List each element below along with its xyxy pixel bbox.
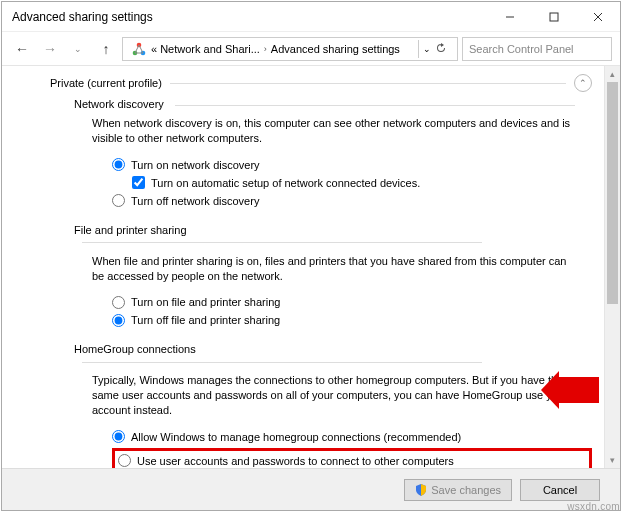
network-sharing-icon [131, 41, 147, 57]
callout-arrow [559, 377, 599, 403]
section-private-header[interactable]: Private (current profile) ⌃ [50, 74, 592, 92]
scroll-thumb[interactable] [607, 82, 618, 304]
group-homegroup: HomeGroup connections Typically, Windows… [74, 343, 592, 468]
minimize-button[interactable] [488, 2, 532, 32]
desc-network-discovery: When network discovery is on, this compu… [92, 116, 574, 146]
checkbox-nd-auto[interactable]: Turn on automatic setup of network conne… [132, 174, 592, 192]
radio-fp-on[interactable]: Turn on file and printer sharing [112, 293, 592, 311]
section-private-title: Private (current profile) [50, 77, 162, 89]
radio-nd-on-input[interactable] [112, 158, 125, 171]
watermark: wsxdn.com [567, 501, 620, 512]
titlebar: Advanced sharing settings [2, 2, 620, 32]
radio-fp-off[interactable]: Turn off file and printer sharing [112, 311, 592, 329]
group-network-discovery: Network discovery When network discovery… [74, 98, 592, 210]
forward-button[interactable]: → [38, 37, 62, 61]
breadcrumb[interactable]: « Network and Shari... › Advanced sharin… [122, 37, 458, 61]
desc-file-printer: When file and printer sharing is on, fil… [92, 254, 574, 284]
breadcrumb-separator-icon: › [264, 44, 267, 54]
radio-fp-off-input[interactable] [112, 314, 125, 327]
svg-line-7 [135, 45, 139, 53]
back-button[interactable]: ← [10, 37, 34, 61]
heading-homegroup: HomeGroup connections [74, 343, 592, 367]
address-dropdown[interactable]: ⌄ [418, 40, 453, 58]
svg-line-8 [139, 45, 143, 53]
heading-file-printer: File and printer sharing [74, 224, 592, 248]
footer-bar: Save changes Cancel [2, 468, 620, 510]
radio-nd-on[interactable]: Turn on network discovery [112, 156, 592, 174]
cancel-button[interactable]: Cancel [520, 479, 600, 501]
window-title: Advanced sharing settings [2, 10, 488, 24]
close-button[interactable] [576, 2, 620, 32]
control-panel-window: Advanced sharing settings ← → ⌄ ↑ « Netw… [1, 1, 621, 511]
up-button[interactable]: ↑ [94, 37, 118, 61]
radio-hg-user-input[interactable] [118, 454, 131, 467]
radio-nd-off[interactable]: Turn off network discovery [112, 192, 592, 210]
content-area: Private (current profile) ⌃ Network disc… [2, 66, 620, 468]
checkbox-nd-auto-input[interactable] [132, 176, 145, 189]
radio-fp-on-input[interactable] [112, 296, 125, 309]
radio-hg-allow[interactable]: Allow Windows to manage homegroup connec… [112, 428, 592, 446]
maximize-button[interactable] [532, 2, 576, 32]
scroll-up-icon[interactable]: ▴ [605, 66, 620, 82]
group-file-printer: File and printer sharing When file and p… [74, 224, 592, 330]
radio-hg-allow-input[interactable] [112, 430, 125, 443]
refresh-icon[interactable] [435, 42, 447, 56]
svg-rect-1 [550, 13, 558, 21]
breadcrumb-parent[interactable]: « Network and Shari... [151, 43, 260, 55]
breadcrumb-current[interactable]: Advanced sharing settings [271, 43, 400, 55]
shield-icon [415, 484, 427, 496]
desc-homegroup: Typically, Windows manages the connectio… [92, 373, 574, 418]
scroll-down-icon[interactable]: ▾ [605, 452, 620, 468]
radio-nd-off-input[interactable] [112, 194, 125, 207]
chevron-down-icon: ⌄ [423, 44, 431, 54]
search-input[interactable]: Search Control Panel [462, 37, 612, 61]
heading-network-discovery: Network discovery [74, 98, 592, 110]
search-placeholder: Search Control Panel [469, 43, 574, 55]
highlighted-option: Use user accounts and passwords to conne… [112, 448, 592, 468]
collapse-icon[interactable]: ⌃ [574, 74, 592, 92]
scrollbar[interactable]: ▴ ▾ [604, 66, 620, 468]
save-changes-button[interactable]: Save changes [404, 479, 512, 501]
recent-dropdown[interactable]: ⌄ [66, 37, 90, 61]
radio-hg-user[interactable]: Use user accounts and passwords to conne… [118, 452, 586, 468]
nav-row: ← → ⌄ ↑ « Network and Shari... › Advance… [2, 32, 620, 66]
